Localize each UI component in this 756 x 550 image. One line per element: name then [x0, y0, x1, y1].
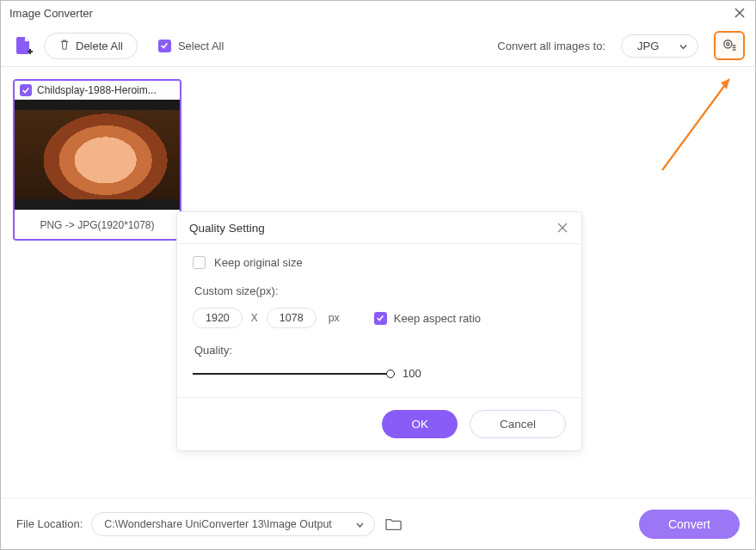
dialog-header: Quality Setting: [177, 212, 581, 244]
keep-original-checkbox[interactable]: Keep original size: [193, 256, 566, 269]
svg-point-3: [727, 43, 729, 46]
footer: File Location: C:\Wondershare UniConvert…: [1, 498, 755, 549]
delete-all-label: Delete All: [76, 40, 123, 52]
convert-button[interactable]: Convert: [639, 510, 740, 539]
file-location-path: C:\Wondershare UniConverter 13\Image Out…: [104, 518, 331, 530]
canvas-area: Childsplay-1988-Heroim... PNG -> JPG(192…: [1, 67, 755, 500]
toolbar: Delete All Select All Convert all images…: [1, 25, 755, 66]
card-conversion-label: PNG -> JPG(1920*1078): [15, 210, 180, 239]
file-location-select[interactable]: C:\Wondershare UniConverter 13\Image Out…: [91, 512, 375, 536]
card-thumbnail: [15, 100, 180, 210]
custom-size-label: Custom size(px):: [194, 284, 566, 297]
format-select[interactable]: JPG: [621, 34, 698, 58]
x-separator: X: [251, 312, 258, 324]
format-value: JPG: [637, 40, 659, 52]
dialog-close-icon[interactable]: [556, 221, 569, 235]
close-icon[interactable]: [733, 6, 747, 20]
trash-icon: [58, 39, 71, 53]
checkbox-checked-icon: [158, 40, 171, 52]
svg-point-2: [724, 40, 732, 48]
window-title: Image Converter: [9, 7, 93, 20]
height-input[interactable]: 1078: [267, 308, 317, 328]
keep-original-label: Keep original size: [214, 256, 303, 269]
select-all-label: Select All: [178, 40, 224, 52]
add-file-button[interactable]: [11, 34, 35, 58]
dialog-title: Quality Setting: [189, 222, 265, 235]
px-label: px: [329, 312, 340, 324]
quality-dialog: Quality Setting Keep original size Custo…: [176, 211, 582, 451]
checkbox-checked-icon: [374, 312, 387, 325]
annotation-arrow: [576, 67, 748, 239]
svg-marker-8: [721, 79, 729, 89]
titlebar: Image Converter: [1, 1, 755, 25]
chevron-down-icon: [356, 518, 364, 530]
card-filename: Childsplay-1988-Heroim...: [37, 84, 157, 96]
quality-slider[interactable]: [193, 373, 390, 375]
quality-label: Quality:: [194, 344, 566, 357]
select-all-checkbox[interactable]: Select All: [158, 40, 224, 52]
keep-ratio-label: Keep aspect ratio: [394, 312, 481, 325]
settings-button[interactable]: [714, 31, 745, 60]
width-input[interactable]: 1920: [193, 308, 243, 328]
open-folder-button[interactable]: [384, 516, 404, 533]
quality-value: 100: [403, 367, 421, 380]
slider-thumb[interactable]: [386, 370, 395, 378]
cancel-button[interactable]: Cancel: [470, 410, 566, 438]
image-card[interactable]: Childsplay-1988-Heroim... PNG -> JPG(192…: [13, 79, 181, 241]
file-location-label: File Location:: [16, 517, 83, 530]
svg-line-7: [662, 79, 729, 170]
checkbox-unchecked-icon: [193, 256, 206, 269]
ok-button[interactable]: OK: [382, 410, 458, 438]
card-header: Childsplay-1988-Heroim...: [15, 81, 180, 100]
chevron-down-icon: [679, 40, 687, 52]
delete-all-button[interactable]: Delete All: [44, 33, 138, 59]
convert-to-label: Convert all images to:: [497, 40, 605, 52]
checkbox-checked-icon[interactable]: [20, 84, 32, 96]
keep-ratio-checkbox[interactable]: Keep aspect ratio: [374, 312, 481, 325]
